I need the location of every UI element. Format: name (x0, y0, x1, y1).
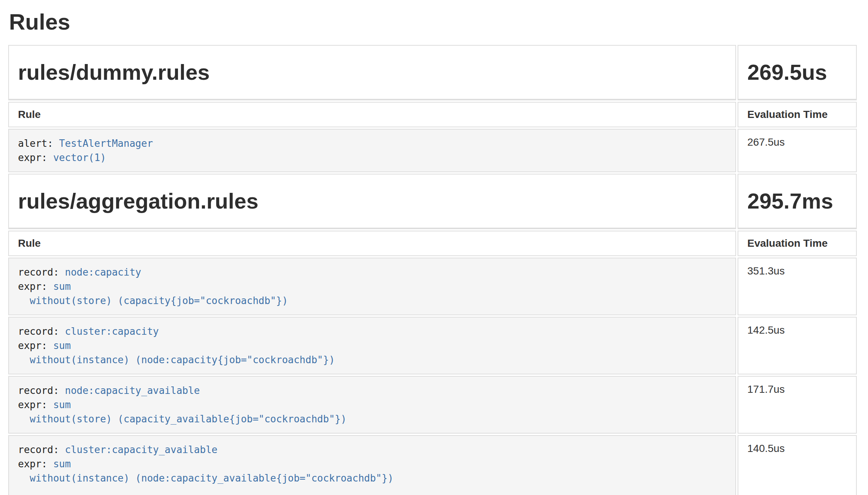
code-line: without(instance) (node:capacity_availab… (18, 471, 726, 485)
rule-group-header-row: rules/dummy.rules 269.5us (8, 45, 857, 100)
expr-link[interactable]: sum (53, 458, 71, 470)
record-name-link[interactable]: node:capacity_available (65, 385, 200, 396)
rule-column-header: Rule (8, 102, 736, 127)
rule-group-header-row: rules/aggregation.rules 295.7ms (8, 174, 857, 229)
code-line: without(store) (capacity{job="cockroachd… (18, 294, 726, 308)
rule-cell: record: cluster:capacity expr: sum witho… (8, 317, 736, 374)
rule-row: record: cluster:capacity_available expr:… (8, 435, 857, 495)
column-header-row: Rule Evaluation Time (8, 102, 857, 127)
code-line: expr: sum (18, 457, 726, 471)
rules-table: rules/dummy.rules 269.5us Rule Evaluatio… (7, 43, 858, 495)
record-name-link[interactable]: node:capacity (65, 267, 141, 278)
rule-code: alert: TestAlertManager expr: vector(1) (18, 136, 726, 165)
rule-eval-time: 140.5us (738, 435, 857, 495)
code-indent (18, 413, 30, 425)
record-name-link[interactable]: cluster:capacity (65, 326, 159, 337)
code-line: expr: sum (18, 279, 726, 294)
rule-eval-time: 267.5us (738, 129, 857, 172)
rule-row: record: cluster:capacity expr: sum witho… (8, 317, 857, 374)
code-line: alert: TestAlertManager (18, 136, 726, 151)
code-key: expr: (18, 399, 53, 410)
code-line: without(instance) (node:capacity{job="co… (18, 353, 726, 367)
code-key: expr: (18, 281, 53, 292)
code-key: record: (18, 385, 65, 396)
rule-group-file: rules/aggregation.rules (8, 174, 736, 229)
expr-link[interactable]: vector(1) (53, 152, 106, 163)
code-line: expr: sum (18, 338, 726, 353)
record-name-link[interactable]: cluster:capacity_available (65, 444, 217, 455)
code-line: without(store) (capacity_available{job="… (18, 412, 726, 426)
code-key: record: (18, 267, 65, 278)
rule-group-total-eval-time: 269.5us (738, 45, 857, 100)
rule-column-header: Rule (8, 231, 736, 256)
code-line: record: cluster:capacity_available (18, 443, 726, 457)
expr-link[interactable]: without(instance) (node:capacity{job="co… (30, 354, 335, 365)
rule-row: record: node:capacity_available expr: su… (8, 376, 857, 434)
expr-link[interactable]: without(store) (capacity{job="cockroachd… (30, 295, 288, 306)
page-title: Rules (9, 10, 860, 34)
expr-link[interactable]: without(instance) (node:capacity_availab… (30, 473, 394, 484)
rule-eval-time: 351.3us (738, 258, 857, 315)
rule-cell: alert: TestAlertManager expr: vector(1) (8, 129, 736, 172)
rule-cell: record: cluster:capacity_available expr:… (8, 435, 736, 495)
code-key: record: (18, 326, 65, 337)
expr-link[interactable]: sum (53, 281, 71, 292)
evaluation-time-column-header: Evaluation Time (738, 231, 857, 256)
rule-code: record: node:capacity expr: sum without(… (18, 265, 726, 308)
alert-name-link[interactable]: TestAlertManager (59, 138, 153, 149)
rules-page: Rules rules/dummy.rules 269.5us Rule Eva… (0, 10, 868, 495)
rule-cell: record: node:capacity expr: sum without(… (8, 258, 736, 315)
rule-eval-time: 171.7us (738, 376, 857, 434)
rule-eval-time: 142.5us (738, 317, 857, 374)
code-line: expr: vector(1) (18, 151, 726, 165)
code-key: alert: (18, 138, 59, 149)
code-indent (18, 473, 30, 484)
rule-code: record: cluster:capacity expr: sum witho… (18, 324, 726, 367)
code-indent (18, 354, 30, 365)
rule-code: record: node:capacity_available expr: su… (18, 383, 726, 426)
code-key: expr: (18, 458, 53, 470)
code-line: record: cluster:capacity (18, 324, 726, 338)
code-key: expr: (18, 340, 53, 351)
rule-row: alert: TestAlertManager expr: vector(1) … (8, 129, 857, 172)
rule-group-file: rules/dummy.rules (8, 45, 736, 100)
rule-row: record: node:capacity expr: sum without(… (8, 258, 857, 315)
column-header-row: Rule Evaluation Time (8, 231, 857, 256)
expr-link[interactable]: sum (53, 340, 71, 351)
code-line: expr: sum (18, 398, 726, 412)
code-line: record: node:capacity (18, 265, 726, 279)
expr-link[interactable]: sum (53, 399, 71, 410)
rule-cell: record: node:capacity_available expr: su… (8, 376, 736, 434)
code-line: record: node:capacity_available (18, 383, 726, 398)
expr-link[interactable]: without(store) (capacity_available{job="… (30, 413, 346, 425)
code-key: record: (18, 444, 65, 455)
rule-group-total-eval-time: 295.7ms (738, 174, 857, 229)
rule-code: record: cluster:capacity_available expr:… (18, 443, 726, 485)
code-indent (18, 295, 30, 306)
evaluation-time-column-header: Evaluation Time (738, 102, 857, 127)
code-key: expr: (18, 152, 53, 163)
